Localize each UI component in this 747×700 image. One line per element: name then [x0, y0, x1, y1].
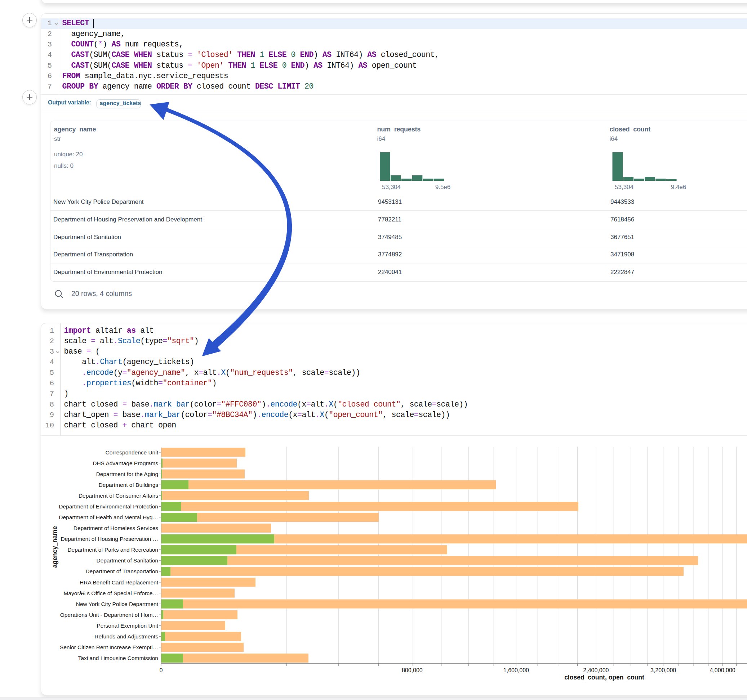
svg-text:Department of Health and Menta: Department of Health and Mental Hyg…: [59, 514, 158, 520]
svg-text:Correspondence Unit: Correspondence Unit: [106, 450, 159, 456]
svg-text:HRA Benefit Card Replacement: HRA Benefit Card Replacement: [80, 579, 159, 585]
svg-text:Department of Consumer Affairs: Department of Consumer Affairs: [79, 493, 158, 499]
svg-text:Department of Homeless Service: Department of Homeless Services: [74, 525, 158, 531]
svg-text:DHS Advantage Programs: DHS Advantage Programs: [92, 460, 158, 466]
svg-text:closed_count, open_count: closed_count, open_count: [564, 674, 644, 681]
svg-text:Refunds and Adjustments: Refunds and Adjustments: [94, 634, 158, 640]
svg-text:Department for the Aging: Department for the Aging: [96, 471, 158, 477]
svg-text:Department of Buildings: Department of Buildings: [99, 482, 159, 488]
svg-text:Taxi and Limousine Commission: Taxi and Limousine Commission: [78, 655, 158, 661]
svg-text:Department of Sanitation: Department of Sanitation: [97, 557, 158, 564]
svg-text:agency_name: agency_name: [51, 526, 58, 568]
svg-text:Department of Environmental Pr: Department of Environmental Protection: [59, 503, 158, 510]
svg-text:Department of Parks and Recrea: Department of Parks and Recreation: [67, 547, 158, 553]
svg-text:Senior Citizen Rent Increase E: Senior Citizen Rent Increase Exempti…: [60, 644, 158, 650]
svg-text:Operations Unit - Department o: Operations Unit - Department of Hom…: [60, 612, 158, 618]
svg-text:0: 0: [160, 667, 163, 673]
svg-text:Mayorâ€ s Office of Special En: Mayorâ€ s Office of Special Enforce…: [64, 590, 158, 596]
svg-text:Department of Transportation: Department of Transportation: [85, 568, 158, 574]
svg-text:4,000,000: 4,000,000: [710, 667, 735, 673]
svg-text:1,600,000: 1,600,000: [504, 667, 529, 673]
svg-text:New York City Police Departmen: New York City Police Department: [76, 601, 159, 607]
svg-text:Personal Exemption Unit: Personal Exemption Unit: [97, 623, 158, 629]
svg-text:Department of Housing Preserva: Department of Housing Preservation …: [60, 536, 158, 542]
svg-text:2,400,000: 2,400,000: [583, 667, 609, 673]
svg-text:3,200,000: 3,200,000: [650, 667, 676, 673]
svg-text:800,000: 800,000: [402, 667, 423, 673]
